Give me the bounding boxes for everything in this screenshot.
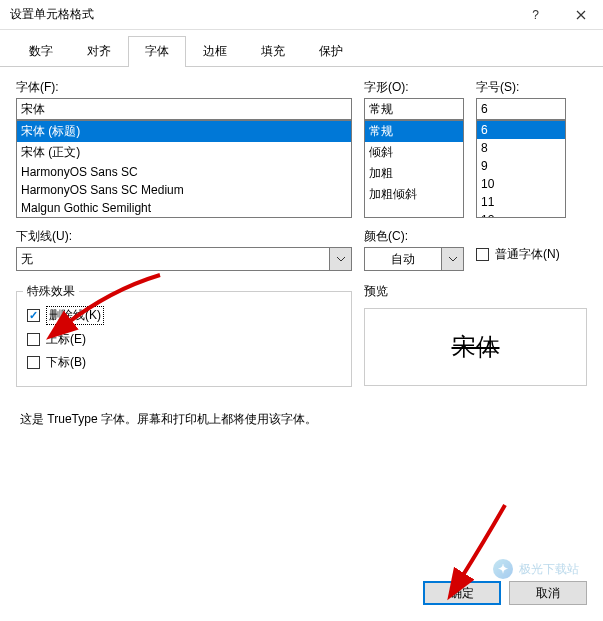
cancel-button[interactable]: 取消	[509, 581, 587, 605]
tab-protection[interactable]: 保护	[302, 36, 360, 66]
tab-number[interactable]: 数字	[12, 36, 70, 66]
underline-label: 下划线(U):	[16, 228, 352, 245]
underline-select[interactable]: 无	[16, 247, 352, 271]
window-title: 设置单元格格式	[10, 6, 513, 23]
superscript-label: 上标(E)	[46, 331, 86, 348]
color-select[interactable]: 自动	[364, 247, 464, 271]
font-label: 字体(F):	[16, 79, 352, 96]
close-button[interactable]	[558, 0, 603, 30]
tab-strip: 数字 对齐 字体 边框 填充 保护	[0, 30, 603, 67]
preview-text: 宋体	[452, 331, 500, 363]
watermark-text: 极光下载站	[519, 561, 579, 578]
chevron-down-icon	[449, 257, 457, 262]
dropdown-button[interactable]	[442, 247, 464, 271]
font-listbox[interactable]: 宋体 (标题) 宋体 (正文) HarmonyOS Sans SC Harmon…	[16, 120, 352, 218]
list-item[interactable]: 12	[477, 211, 565, 218]
tab-font[interactable]: 字体	[128, 36, 186, 66]
chevron-down-icon	[337, 257, 345, 262]
normal-font-checkbox[interactable]	[476, 248, 489, 261]
list-item[interactable]: 加粗	[365, 163, 463, 184]
preview-legend: 预览	[364, 284, 388, 298]
dropdown-button[interactable]	[330, 247, 352, 271]
tab-fill[interactable]: 填充	[244, 36, 302, 66]
list-item[interactable]: Malgun Gothic Semilight	[17, 199, 351, 217]
color-label: 颜色(C):	[364, 228, 464, 245]
list-item[interactable]: 加粗倾斜	[365, 184, 463, 205]
list-item[interactable]: 常规	[365, 121, 463, 142]
font-row: 字体(F): 宋体 (标题) 宋体 (正文) HarmonyOS Sans SC…	[16, 79, 587, 218]
superscript-checkbox[interactable]	[27, 333, 40, 346]
list-item[interactable]: Microsoft YaHei UI	[17, 217, 351, 218]
effects-legend: 特殊效果	[23, 283, 79, 300]
size-listbox[interactable]: 6 8 9 10 11 12	[476, 120, 566, 218]
underline-color-row: 下划线(U): 无 颜色(C): 自动 普通字体(N)	[16, 228, 587, 271]
list-item[interactable]: 6	[477, 121, 565, 139]
subscript-checkbox[interactable]	[27, 356, 40, 369]
watermark-logo-icon: ✦	[493, 559, 513, 579]
tab-alignment[interactable]: 对齐	[70, 36, 128, 66]
style-listbox[interactable]: 常规 倾斜 加粗 加粗倾斜	[364, 120, 464, 218]
style-input[interactable]	[364, 98, 464, 120]
effects-preview-row: 特殊效果 删除线(K) 上标(E) 下标(B) 预览 宋体	[16, 283, 587, 387]
window-controls: ?	[513, 0, 603, 30]
tab-border[interactable]: 边框	[186, 36, 244, 66]
list-item[interactable]: 11	[477, 193, 565, 211]
title-bar: 设置单元格格式 ?	[0, 0, 603, 30]
tab-content: 字体(F): 宋体 (标题) 宋体 (正文) HarmonyOS Sans SC…	[0, 75, 603, 456]
list-item[interactable]: 倾斜	[365, 142, 463, 163]
strikethrough-checkbox[interactable]	[27, 309, 40, 322]
superscript-row[interactable]: 上标(E)	[27, 331, 341, 348]
underline-value: 无	[16, 247, 330, 271]
list-item[interactable]: HarmonyOS Sans SC Medium	[17, 181, 351, 199]
subscript-row[interactable]: 下标(B)	[27, 354, 341, 371]
strikethrough-label: 删除线(K)	[46, 306, 104, 325]
size-input[interactable]	[476, 98, 566, 120]
size-label: 字号(S):	[476, 79, 566, 96]
help-button[interactable]: ?	[513, 0, 558, 30]
list-item[interactable]: HarmonyOS Sans SC	[17, 163, 351, 181]
list-item[interactable]: 9	[477, 157, 565, 175]
effects-fieldset: 特殊效果 删除线(K) 上标(E) 下标(B)	[16, 291, 352, 387]
strikethrough-row[interactable]: 删除线(K)	[27, 306, 341, 325]
normal-font-checkbox-row[interactable]: 普通字体(N)	[476, 246, 560, 263]
list-item[interactable]: 宋体 (标题)	[17, 121, 351, 142]
close-icon	[576, 10, 586, 20]
preview-box: 宋体	[364, 308, 587, 386]
annotation-arrow-2	[445, 500, 525, 593]
font-description: 这是 TrueType 字体。屏幕和打印机上都将使用该字体。	[20, 411, 583, 428]
style-label: 字形(O):	[364, 79, 464, 96]
color-value: 自动	[364, 247, 442, 271]
dialog-buttons: 确定 取消	[423, 581, 587, 605]
list-item[interactable]: 8	[477, 139, 565, 157]
list-item[interactable]: 宋体 (正文)	[17, 142, 351, 163]
normal-font-label: 普通字体(N)	[495, 246, 560, 263]
ok-button[interactable]: 确定	[423, 581, 501, 605]
font-input[interactable]	[16, 98, 352, 120]
watermark: ✦ 极光下载站	[493, 559, 579, 579]
subscript-label: 下标(B)	[46, 354, 86, 371]
list-item[interactable]: 10	[477, 175, 565, 193]
